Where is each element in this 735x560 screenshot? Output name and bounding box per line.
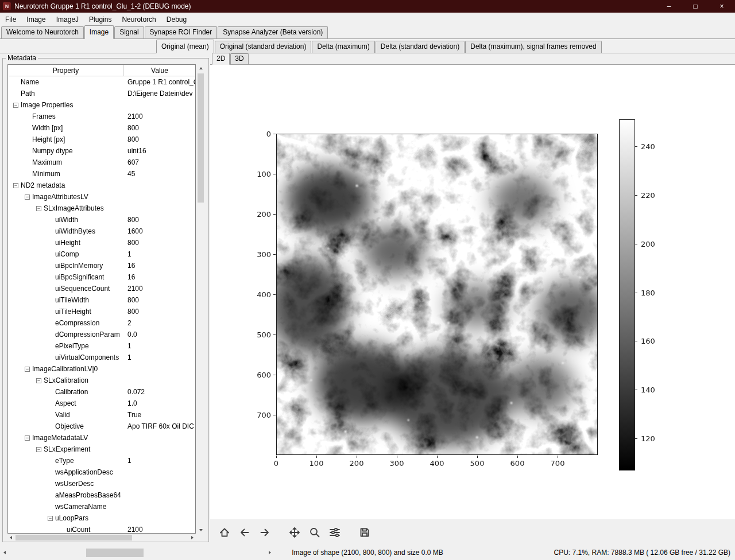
menu-imagej[interactable]: ImageJ [51,13,84,26]
subplots-icon[interactable] [326,524,343,541]
zoom-icon[interactable] [306,524,323,541]
tree-row-valid[interactable]: ValidTrue [8,409,195,421]
collapse-icon[interactable]: − [25,195,30,200]
save-icon[interactable] [356,524,373,541]
tree-row-uicomp[interactable]: uiComp1 [8,248,195,260]
tree-row-uiwidth[interactable]: uiWidth800 [8,214,195,225]
tree-row-ameasprobesbase64[interactable]: aMeasProbesBase64 [8,489,195,501]
tab-image[interactable]: Image [84,25,114,39]
close-icon[interactable]: × [709,0,735,13]
metadata-tree-header: Property Value [8,65,195,76]
tree-row-height-px[interactable]: Height [px]800 [8,134,195,145]
metadata-horizontal-scrollbar[interactable] [7,534,196,541]
tree-row-uisequencecount[interactable]: uiSequenceCount2100 [8,283,195,294]
colorbar-tick-mark [635,293,637,293]
tree-row-imageattributeslv[interactable]: −ImageAttributesLV [8,191,195,203]
tab-synapse-analyzer-beta-version[interactable]: Synapse Analyzer (Beta version) [218,26,328,38]
menu-image[interactable]: Image [21,13,51,26]
plot-tab-3d[interactable]: 3D [230,53,248,64]
collapse-icon[interactable]: − [36,378,41,383]
vertical-scrollbar-thumb[interactable] [198,73,204,203]
tree-row-slximageattributes[interactable]: −SLxImageAttributes [8,203,195,214]
collapse-icon[interactable]: − [13,183,18,188]
tree-row-etype[interactable]: eType1 [8,455,195,466]
collapse-icon[interactable]: − [48,516,53,521]
tree-row-ulooppars[interactable]: −uLoopPars [8,512,195,524]
tree-row-nd2-metadata[interactable]: −ND2 metadata [8,180,195,191]
tree-row-frames[interactable]: Frames2100 [8,111,195,122]
tree-row-numpy-dtype[interactable]: Numpy dtypeuint16 [8,145,195,157]
tree-row-uivirtualcomponents[interactable]: uiVirtualComponents1 [8,352,195,363]
column-header-property[interactable]: Property [8,65,124,76]
home-icon[interactable] [216,524,233,541]
view-tab-original-mean[interactable]: Original (mean) [156,40,214,53]
tree-row-wscameraname[interactable]: wsCameraName [8,501,195,512]
view-tab-original-standard-deviation[interactable]: Original (standard deviation) [215,41,312,53]
scroll-left-icon[interactable] [7,534,14,541]
horizontal-scrollbar-thumb[interactable] [16,535,132,540]
tree-row-wsapplicationdesc[interactable]: wsApplicationDesc [8,466,195,478]
tree-row-uibpcinmemory[interactable]: uiBpcInMemory16 [8,260,195,271]
tree-row-ecompression[interactable]: eCompression2 [8,317,195,329]
tab-welcome-to-neurotorch[interactable]: Welcome to Neurotorch [1,26,84,38]
collapse-icon[interactable]: − [36,206,41,211]
collapse-icon[interactable]: − [25,435,30,441]
scroll-down-icon[interactable] [197,526,204,534]
tab-synapse-roi-finder[interactable]: Synapse ROI Finder [145,26,218,38]
plot-tab-2d[interactable]: 2D [212,53,230,65]
maximize-icon[interactable]: □ [682,0,709,13]
view-tab-delta-maximum-signal-frames-removed[interactable]: Delta (maximum), signal frames removed [465,41,601,53]
scroll-right-icon[interactable] [265,548,274,558]
tree-row-uitilewidth[interactable]: uiTileWidth800 [8,294,195,306]
forward-icon[interactable] [256,524,273,541]
menu-debug[interactable]: Debug [161,13,192,26]
tree-row-maximum[interactable]: Maximum607 [8,157,195,168]
scroll-left-icon[interactable] [0,548,9,558]
scroll-up-icon[interactable] [197,64,204,72]
image-axes[interactable]: 0100200300400500600700010020030040050060… [276,134,598,455]
tree-row-uiwidthbytes[interactable]: uiWidthBytes1600 [8,225,195,237]
scroll-right-icon[interactable] [189,534,196,541]
window-horizontal-scrollbar[interactable] [0,548,274,558]
tab-signal[interactable]: Signal [114,26,144,38]
tree-row-dcompressionparam[interactable]: dCompressionParam0.0 [8,329,195,340]
tree-row-epixeltype[interactable]: ePixelType1 [8,340,195,352]
tree-row-imagecalibrationlv-0[interactable]: −ImageCalibrationLV|0 [8,363,195,375]
tree-row-minimum[interactable]: Minimum45 [8,168,195,180]
view-tab-delta-standard-deviation[interactable]: Delta (standard deviation) [376,41,465,53]
tree-row-path[interactable]: PathD:\Eigene Datein\dev [8,88,195,99]
tree-row-uitileheight[interactable]: uiTileHeight800 [8,306,195,317]
metadata-vertical-scrollbar[interactable] [197,64,204,534]
tree-row-aspect[interactable]: Aspect1.0 [8,398,195,409]
tree-row-image-properties[interactable]: −Image Properties [8,99,195,111]
plot-canvas[interactable]: 0100200300400500600700010020030040050060… [210,65,735,519]
tree-row-width-px[interactable]: Width [px]800 [8,122,195,134]
metadata-tree[interactable]: Property Value NameGruppe 1 R1 control_G… [7,64,196,534]
tree-row-uiheight[interactable]: uiHeight800 [8,237,195,248]
view-tab-delta-maximum[interactable]: Delta (maximum) [312,41,374,53]
tree-row-slxexperiment[interactable]: −SLxExperiment [8,444,195,455]
tree-row-uibpcsignificant[interactable]: uiBpcSignificant16 [8,271,195,283]
colorbar-tick-mark [635,146,637,147]
pan-icon[interactable] [286,524,303,541]
collapse-icon[interactable]: − [36,447,41,452]
tree-value: 0.072 [124,388,195,396]
tree-row-name[interactable]: NameGruppe 1 R1 control_Glu_1-2 [8,76,195,88]
collapse-icon[interactable]: − [13,103,18,108]
content-area: Metadata Property Value NameGruppe 1 R1 … [0,53,735,545]
menu-plugins[interactable]: Plugins [84,13,117,26]
menu-neurotorch[interactable]: Neurotorch [117,13,161,26]
horizontal-scrollbar-thumb[interactable] [86,549,144,557]
tree-row-wsuserdesc[interactable]: wsUserDesc [8,478,195,489]
minimize-icon[interactable]: – [656,0,682,13]
collapse-icon[interactable]: − [25,367,30,372]
tree-row-imagemetadatalv[interactable]: −ImageMetadataLV [8,432,195,444]
menu-file[interactable]: File [0,13,21,26]
tree-row-slxcalibration[interactable]: −SLxCalibration [8,375,195,386]
back-icon[interactable] [236,524,253,541]
tree-row-objective[interactable]: ObjectiveApo TIRF 60x Oil DIC [8,421,195,432]
x-tick-mark [357,456,357,458]
column-header-value[interactable]: Value [124,65,195,76]
tree-row-uicount[interactable]: uiCount2100 [8,524,195,533]
tree-row-calibration[interactable]: Calibration0.072 [8,386,195,398]
